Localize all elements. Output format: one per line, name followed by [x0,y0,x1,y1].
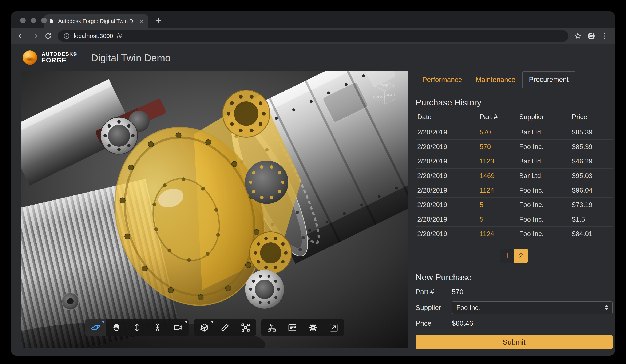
brand-text: AUTODESK® FORGE [42,51,78,64]
extension-icon[interactable] [585,30,597,42]
section-tool-button[interactable] [194,319,215,336]
date-cell: 2/20/2019 [416,125,478,140]
column-header-3: Price [570,110,613,125]
camera-icon [173,323,183,333]
tool-group [85,319,189,336]
fullscreen-icon [329,323,339,333]
first-person-tool-button[interactable] [147,319,168,336]
date-cell: 2/20/2019 [416,168,478,183]
back-icon[interactable] [15,30,27,42]
zoom-tool-button[interactable] [127,319,147,336]
tab-close-icon[interactable]: × [139,17,144,25]
purchase-row: 2/20/20191124Foo Inc.$84.01 [416,227,613,241]
zoom-icon [132,323,142,333]
window-controls [20,18,47,23]
engine-3d-model[interactable] [21,71,408,348]
pan-tool-button[interactable] [106,319,127,336]
purchase-history-heading: Purchase History [416,98,613,107]
tab-procurement[interactable]: Procurement [522,71,576,88]
column-header-1: Part # [478,110,517,125]
new-purchase-heading: New Purchase [416,272,613,282]
supplier-cell: Foo Inc. [517,198,570,212]
side-panel: PerformanceMaintenanceProcurement Purcha… [416,71,613,349]
part-cell[interactable]: 570 [478,125,517,140]
supplier-row: Supplier Foo Inc. [416,301,613,314]
refresh-icon[interactable] [42,30,54,42]
supplier-cell: Bar Ltd. [517,154,570,168]
part-cell[interactable]: 1123 [478,154,517,168]
properties-tool-button[interactable] [282,319,303,336]
address-bar[interactable]: localhost:3000/# [58,30,568,42]
price-value: $60.46 [452,319,473,327]
info-icon[interactable] [63,33,70,39]
part-cell[interactable]: 1124 [478,227,517,241]
tool-group [194,319,256,336]
price-cell: $96.04 [570,183,613,198]
orbit-icon [91,323,101,333]
price-cell: $1.5 [570,212,613,227]
purchase-row: 2/20/2019570Bar Ltd.$85.39 [416,125,613,140]
browser-tab[interactable]: Autodesk Forge: Digital Twin D × [44,14,148,28]
supplier-cell: Foo Inc. [517,212,570,227]
part-cell[interactable]: 1124 [478,183,517,198]
part-cell[interactable]: 5 [478,198,517,212]
viewer-toolbar [85,319,344,336]
camera-tool-button[interactable] [168,319,189,336]
main-content: TOP FRONT RIGHT PerformanceMaintenancePr… [11,71,615,356]
purchase-table-header-row: DatePart #SupplierPrice [416,110,613,125]
purchase-row: 2/20/2019570Foo Inc.$85.39 [416,139,613,154]
star-icon[interactable] [572,30,584,42]
column-header-0: Date [416,110,478,125]
tool-group [261,319,344,336]
part-cell[interactable]: 570 [478,139,517,154]
measure-tool-button[interactable] [215,319,235,336]
supplier-cell: Bar Ltd. [517,168,570,183]
tab-maintenance[interactable]: Maintenance [469,71,522,88]
menu-icon[interactable] [599,30,611,42]
pagination: 12 [416,249,613,263]
price-cell: $85.39 [570,139,613,154]
supplier-label: Supplier [416,304,452,312]
settings-tool-button[interactable] [303,319,323,336]
close-window-button[interactable] [20,18,26,23]
model-browser-tool-button[interactable] [261,319,282,336]
url-path: /# [117,33,122,39]
page-button-2[interactable]: 2 [514,249,528,263]
forward-icon[interactable] [29,30,41,42]
orbit-tool-button[interactable] [85,319,106,336]
explode-icon [240,323,251,333]
part-cell[interactable]: 1469 [478,168,517,183]
url-host: localhost:3000 [74,33,113,39]
page-button-1[interactable]: 1 [500,249,514,263]
supplier-select[interactable]: Foo Inc. [452,301,613,314]
fullscreen-tool-button[interactable] [323,319,344,336]
date-cell: 2/20/2019 [416,183,478,198]
purchase-row: 2/20/20191123Bar Ltd.$46.29 [416,154,613,168]
part-cell[interactable]: 5 [478,212,517,227]
price-cell: $95.03 [570,168,613,183]
forge-viewer[interactable]: TOP FRONT RIGHT [21,71,408,348]
minimize-window-button[interactable] [31,18,36,23]
page-title: Digital Twin Demo [91,52,171,64]
part-row: Part # 570 [416,288,613,296]
part-value: 570 [452,288,463,296]
date-cell: 2/20/2019 [416,227,478,241]
explode-tool-button[interactable] [235,319,256,336]
tab-title: Autodesk Forge: Digital Twin D [58,18,136,24]
price-cell: $46.29 [570,154,613,168]
section-icon [199,323,209,333]
purchase-table-body: 2/20/2019570Bar Ltd.$85.392/20/2019570Fo… [416,125,613,241]
settings-icon [308,323,318,333]
forge-logo-icon [23,51,37,65]
viewcube-top-label: TOP [381,84,389,88]
new-tab-button[interactable]: + [153,14,164,26]
column-header-2: Supplier [517,110,570,125]
submit-button[interactable]: Submit [416,335,613,349]
fullscreen-window-button[interactable] [41,18,47,23]
purchase-history-table: DatePart #SupplierPrice 2/20/2019570Bar … [416,110,613,241]
viewcube[interactable]: TOP FRONT RIGHT [367,75,402,111]
browser-window: Autodesk Forge: Digital Twin D × + local… [11,11,615,356]
viewcube-right-label: RIGHT [385,93,396,97]
tab-performance[interactable]: Performance [416,71,469,88]
supplier-cell: Foo Inc. [517,227,570,241]
